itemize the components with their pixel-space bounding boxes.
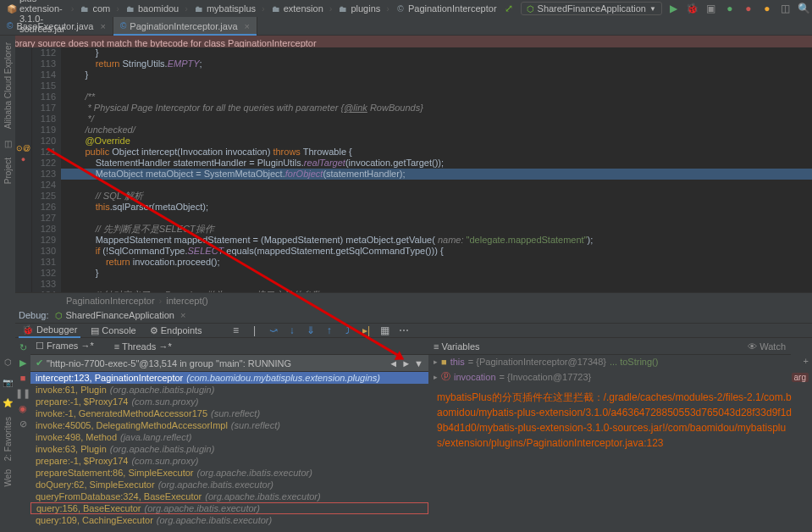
check-icon: ✔: [36, 357, 43, 369]
threads-title: ≡ Threads →*: [114, 341, 172, 352]
thread-selector[interactable]: ✔ "http-nio-7700-exec-5"@13,514 in group…: [30, 355, 428, 372]
gutter-icons: ⊙@ ●: [15, 47, 32, 303]
console-tab[interactable]: ▤Console: [87, 324, 139, 337]
tab-paginationinterceptor[interactable]: © PaginationInterceptor.java ×: [113, 17, 257, 35]
debugger-tab[interactable]: 🐞Debugger: [19, 324, 80, 338]
folder-icon: 🖿: [194, 3, 204, 14]
folder-icon: 🖿: [80, 3, 90, 14]
web-tab[interactable]: Web: [3, 469, 13, 486]
step-into-icon[interactable]: ↓: [285, 324, 299, 337]
arg-badge: arg: [792, 373, 809, 382]
close-icon[interactable]: ×: [180, 310, 185, 320]
debug-header: Debug: ⬡ SharedFinanceApplication ×: [15, 308, 812, 323]
favorites-tab[interactable]: 2: Favorites: [3, 417, 13, 461]
dot-green-icon[interactable]: ●: [723, 2, 737, 15]
spring-icon: ⬡: [55, 311, 63, 320]
sidebar-project[interactable]: Project: [3, 154, 13, 187]
crumb-plugins[interactable]: 🖿plugins: [334, 3, 384, 14]
folder-icon: 🖿: [338, 3, 348, 14]
stack-frame[interactable]: queryFromDatabase:324, BaseExecutor(org.…: [30, 490, 428, 502]
spring-icon: ⬡: [527, 4, 534, 14]
close-icon[interactable]: ×: [101, 21, 106, 31]
debug-side-toolbar: ↻ ▶ ■ ❚❚ ◉ ⊘: [15, 338, 30, 532]
class-icon: ©: [7, 21, 13, 30]
run-icon[interactable]: ▶: [667, 2, 681, 15]
crumb-com[interactable]: 🖿com: [76, 3, 113, 14]
stack-frame[interactable]: invoke:498, Method(java.lang.reflect): [30, 431, 428, 443]
camera-icon[interactable]: 📷: [2, 376, 14, 388]
var-this[interactable]: ▸■ this = {PaginationInterceptor@17348} …: [428, 355, 791, 369]
step-icon[interactable]: |: [248, 324, 262, 337]
line-numbers: 1121131141151161171181191201211221231241…: [32, 47, 61, 303]
search-icon[interactable]: 🔍: [798, 2, 811, 15]
dot-red-icon[interactable]: ●: [742, 2, 755, 15]
code-area[interactable]: } return StringUtils.EMPTY; } /** * Phys…: [61, 47, 812, 303]
crumb-class[interactable]: ©PaginationInterceptor: [392, 3, 500, 14]
debug-toolbar: 🐞Debugger ▤Console ⚙Endpoints ≡ | ⤻ ↓ ⇓ …: [15, 323, 812, 338]
folder-icon: 🖿: [271, 3, 281, 14]
stack-frames: intercept:123, PaginationInterceptor(com…: [30, 372, 428, 532]
editor-breadcrumb: PaginationInterceptor › intercept(): [15, 292, 812, 308]
var-invocation[interactable]: ▸ⓟ invocation = {Invocation@17723}: [428, 369, 791, 385]
list-icon[interactable]: ⋯: [397, 324, 411, 337]
editor-tabs: © BaseExecutor.java × © PaginationInterc…: [0, 17, 812, 36]
run-config-selector[interactable]: ⬡ SharedFinanceApplication ▼: [521, 2, 662, 15]
stack-frame[interactable]: query:109, CachingExecutor(org.apache.ib…: [30, 514, 428, 526]
step-out-icon[interactable]: ↑: [323, 324, 336, 337]
stack-frame[interactable]: prepare:-1, $Proxy174(com.sun.proxy): [30, 396, 428, 407]
debug-icon[interactable]: 🐞: [686, 2, 699, 15]
jar-icon: 📦: [7, 3, 17, 14]
class-icon: ©: [120, 21, 126, 30]
star-icon[interactable]: ⭐: [2, 396, 14, 408]
stack-frame[interactable]: intercept:123, PaginationInterceptor(com…: [30, 372, 428, 384]
crumb-extension[interactable]: 🖿extension: [268, 3, 327, 14]
stack-frame[interactable]: invoke:-1, GeneratedMethodAccessor175(su…: [30, 407, 428, 419]
vars-title: ≡ Variables: [434, 341, 480, 352]
sidebar-square-icon[interactable]: ◫: [2, 137, 14, 149]
tab-baseexecutor[interactable]: © BaseExecutor.java ×: [0, 17, 113, 35]
stack-frame[interactable]: invoke:63, Plugin(org.apache.ibatis.plug…: [30, 443, 428, 455]
crumb-class[interactable]: PaginationInterceptor: [66, 296, 155, 306]
bp-view-icon[interactable]: ◉: [17, 402, 29, 414]
crumb-mybatisplus[interactable]: 🖿mybatisplus: [191, 3, 259, 14]
editor: ⊙@ ● 11211311411511611711811912012112212…: [15, 47, 812, 303]
rebel-icon[interactable]: ⬡: [2, 356, 14, 368]
stack-frame[interactable]: prepare:-1, $Proxy174(com.sun.proxy): [30, 455, 428, 467]
resume-icon[interactable]: ▶: [17, 357, 29, 369]
endpoints-icon: ⚙: [150, 325, 158, 336]
build-icon[interactable]: ⤢: [502, 2, 516, 15]
mute-bp-icon[interactable]: ⊘: [17, 418, 29, 429]
add-watch-icon[interactable]: +: [804, 356, 809, 366]
force-step-icon[interactable]: ⇓: [304, 324, 318, 337]
square-icon[interactable]: ◫: [779, 2, 793, 15]
stack-frame[interactable]: query:156, BaseExecutor(org.apache.ibati…: [30, 502, 428, 514]
run-to-cursor-icon[interactable]: ▸|: [360, 324, 373, 337]
watch-title: 👁 Watch: [748, 341, 786, 352]
endpoints-tab[interactable]: ⚙Endpoints: [146, 324, 206, 337]
bug-icon: 🐞: [22, 324, 34, 335]
folder-icon: 🖿: [125, 3, 135, 14]
filter-icon[interactable]: ▼: [414, 358, 423, 369]
stack-frame[interactable]: invoke:61, Plugin(org.apache.ibatis.plug…: [30, 384, 428, 396]
override-icon[interactable]: ⊙@: [15, 142, 31, 153]
show-exec-icon[interactable]: ≡: [229, 324, 243, 337]
pause-icon[interactable]: ❚❚: [17, 387, 29, 399]
stack-frame[interactable]: doQuery:62, SimpleExecutor(org.apache.ib…: [30, 479, 428, 490]
stack-frame[interactable]: invoke:45005, DelegatingMethodAccessorIm…: [30, 419, 428, 431]
debug-tab-app[interactable]: ⬡ SharedFinanceApplication ×: [55, 310, 185, 320]
close-icon[interactable]: ×: [245, 21, 250, 31]
dot-yellow-icon[interactable]: ●: [760, 2, 774, 15]
sidebar-acx[interactable]: Alibaba Cloud Explorer: [3, 39, 13, 132]
drop-frame-icon[interactable]: ⤴: [341, 324, 355, 337]
crumb-method[interactable]: intercept(): [166, 296, 208, 306]
rerun-icon[interactable]: ↻: [17, 341, 29, 353]
stop-icon[interactable]: ■: [17, 372, 29, 384]
step-over-icon[interactable]: ⤻: [267, 324, 280, 337]
stack-frame[interactable]: prepareStatement:86, SimpleExecutor(org.…: [30, 467, 428, 479]
eval-icon[interactable]: ▦: [378, 324, 392, 337]
coverage-icon[interactable]: ▣: [704, 2, 718, 15]
annotation-text: mybatisPlus的分页插件在这里拦截：/.gradle/caches/mo…: [437, 390, 793, 451]
crumb-baomidou[interactable]: 🖿baomidou: [122, 3, 182, 14]
breakpoint-icon[interactable]: ●: [15, 153, 31, 164]
class-icon: ©: [395, 3, 406, 14]
